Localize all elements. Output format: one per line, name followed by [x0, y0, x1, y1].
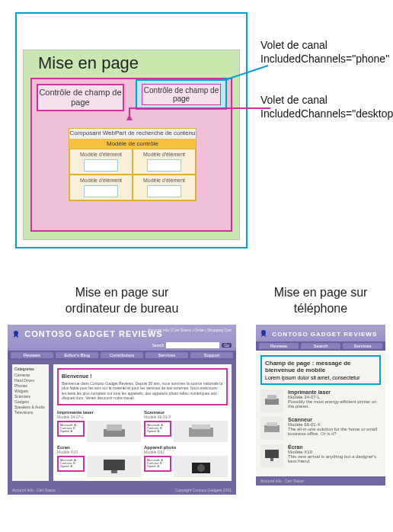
svg-rect-13 [264, 425, 280, 432]
nav-tab[interactable]: Reviews [11, 352, 53, 358]
product-image [174, 421, 228, 442]
title-line: téléphone [294, 302, 347, 315]
product-desc: The all-in-one solution for the home or … [288, 427, 381, 436]
item-placeholder [84, 159, 118, 171]
search-go-button[interactable]: Go [222, 343, 232, 348]
site-body: Categories Cameras Hard Drives Phones Wi… [8, 360, 236, 486]
sidebar-item[interactable]: Phones [14, 383, 46, 388]
nav-tab[interactable]: Search [301, 343, 340, 349]
page-field-control-desktop: Contrôle de champ de page [37, 84, 124, 111]
product-row: Scanneur Modèle 66-01-X The all-in-one s… [260, 417, 381, 440]
sidebar-item[interactable]: Televisions [14, 410, 46, 415]
product-image [174, 456, 228, 477]
sidebar-item[interactable]: Cameras [14, 373, 46, 377]
product-specs: Microsoft: A Contoso: B Speed: A [57, 421, 85, 437]
item-placeholder [147, 159, 181, 171]
layout-diagram: Mise en page Contrôle de champ de page C… [8, 8, 385, 267]
item-template: Modèle d'élément [69, 149, 133, 175]
product-desc: Possibly the most energy-efficient print… [288, 399, 381, 409]
site-header: CONTOSO GADGET REVIEWS [256, 325, 385, 341]
phone-example-title: Mise en page sur téléphone [256, 285, 385, 317]
top-utility-links[interactable]: Account Info | Cart Status | Order | Sho… [148, 328, 232, 332]
nav-tabs: Reviews Search Services [256, 341, 385, 351]
product-image [260, 444, 283, 467]
item-template-label: Modèle d'élément [80, 152, 122, 157]
footer-links[interactable]: Account Info · Cart Status [260, 479, 304, 483]
product-model: Modèle X10 [57, 450, 141, 454]
ribbon-icon [260, 329, 267, 337]
site-body: Champ de page : message de bienvenue de … [256, 351, 385, 476]
item-template-label: Modèle d'élément [80, 178, 122, 183]
main-content: Bienvenue ! Bienvenue dans Contoso Gadge… [53, 364, 232, 481]
rendered-examples: Mise en page sur ordinateur de bureau CO… [8, 285, 385, 495]
item-template-grid: Modèle d'élément Modèle d'élément Modèle… [69, 149, 196, 200]
svg-rect-3 [107, 425, 122, 431]
welcome-page-field: Bienvenue ! Bienvenue dans Contoso Gadge… [57, 368, 228, 405]
callout-line: Volet de canal [260, 39, 328, 51]
product-row: Imprimante laser Modèle 34-07-L Possibly… [260, 389, 381, 412]
mobile-welcome-page-field: Champ de page : message de bienvenue de … [260, 355, 381, 385]
product-grid: Imprimante laser Modèle 34-07-L Microsof… [57, 410, 228, 477]
product-specs: Microsoft: A Contoso: B Speed: A [144, 456, 171, 472]
product-model: Modèle 34-07-L [57, 415, 141, 419]
callout-desktop-channel: Volet de canal IncludedChannels="desktop… [260, 93, 393, 120]
search-label: Search [152, 343, 164, 348]
control-template-label: Modèle de contrôle [69, 139, 196, 149]
sidebar-item[interactable]: Scanners [14, 394, 46, 399]
sidebar-heading: Categories [14, 367, 46, 371]
search-input[interactable] [166, 342, 219, 348]
sidebar-item[interactable]: Hard Drives [14, 378, 46, 383]
category-sidebar: Categories Cameras Hard Drives Phones Wi… [12, 364, 49, 481]
svg-point-9 [197, 464, 205, 472]
product-card: Imprimante laser Modèle 34-07-L Microsof… [57, 410, 141, 442]
nav-tab[interactable]: Services [145, 352, 188, 358]
product-specs: Microsoft: A Contoso: B Speed: A [144, 421, 171, 437]
scanner-icon [186, 423, 216, 440]
product-title: Écran [288, 444, 381, 450]
callout-line: IncludedChannels="phone" [260, 53, 389, 65]
nav-tab[interactable]: Contributors [101, 352, 143, 358]
sidebar-item[interactable]: Speakers & Audio [14, 405, 46, 409]
sidebar-item[interactable]: Widgets [14, 389, 46, 393]
product-image [260, 417, 283, 440]
nav-tabs: Reviews Editor's Blog Contributors Servi… [8, 351, 236, 360]
search-row: Search Go [12, 342, 232, 348]
product-model: Modèle 66-01-X [144, 415, 228, 419]
product-image [87, 421, 141, 442]
page-layout-title: Mise en page [38, 53, 139, 73]
item-template: Modèle d'élément [133, 175, 196, 200]
content-search-webpart: Composant WebPart de recherche de conten… [69, 128, 196, 201]
item-placeholder [147, 185, 181, 197]
svg-rect-6 [104, 460, 125, 470]
callout-line: IncludedChannels="desktop" [260, 107, 393, 120]
product-image [87, 456, 141, 477]
brand-text: ONTOSO GADGET REVIEWS [277, 331, 377, 338]
monitor-icon [99, 458, 129, 475]
site-footer: Account Info · Cart Status [256, 476, 385, 486]
welcome-body: Bienvenue dans Contoso Gadget Reviews. D… [62, 381, 223, 401]
svg-rect-14 [267, 422, 277, 426]
nav-tab[interactable]: Editor's Blog [56, 352, 98, 358]
product-card: Scanneur Modèle 66-01-X Microsoft: A Con… [144, 410, 228, 442]
site-footer: Account Info · Cart Status Copyright Con… [8, 486, 236, 495]
product-card: Écran Modèle X10 Microsoft: A Contoso: B… [57, 445, 141, 477]
printer-icon [263, 394, 281, 408]
scanner-icon [263, 421, 281, 435]
sidebar-item[interactable]: Gadgets [14, 399, 46, 404]
product-specs: Microsoft: A Contoso: B Speed: A [57, 456, 85, 472]
item-placeholder [84, 185, 118, 197]
product-title: Scanneur [288, 417, 381, 422]
mobile-welcome-body: Lorem ipsum dolor sit amet, consectetur [265, 375, 376, 380]
page-field-control-phone: Contrôle de champ de page [142, 84, 221, 105]
brand-prefix: C [24, 329, 31, 338]
mobile-welcome-heading: Champ de page : message de bienvenue de … [265, 360, 376, 373]
nav-tab[interactable]: Support [190, 352, 233, 358]
nav-tab[interactable]: Reviews [259, 343, 299, 349]
footer-links[interactable]: Account Info · Cart Status [12, 488, 56, 492]
item-template-label: Modèle d'élément [143, 178, 185, 183]
site-header: CONTOSO GADGET REVIEWS Account Info | Ca… [8, 325, 236, 351]
item-template-label: Modèle d'élément [143, 152, 185, 157]
nav-tab[interactable]: Services [343, 343, 382, 349]
svg-rect-16 [270, 458, 273, 461]
product-title: Imprimante laser [288, 389, 381, 395]
